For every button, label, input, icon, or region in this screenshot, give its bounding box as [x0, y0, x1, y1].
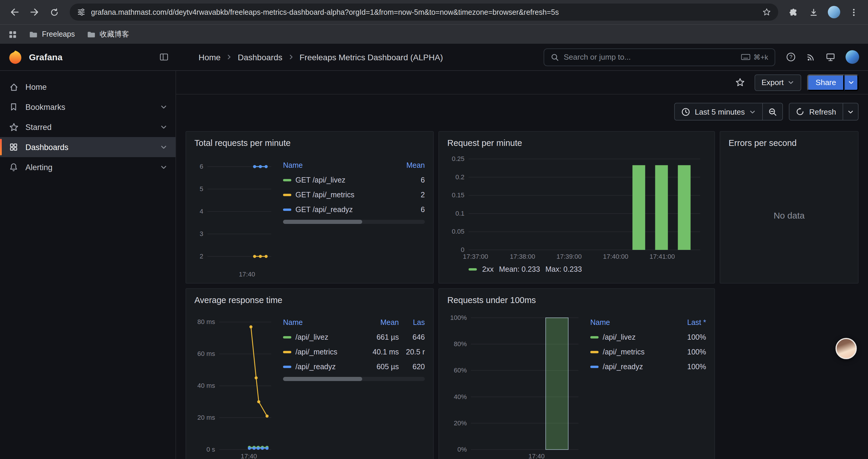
sidebar-item-dashboards[interactable]: Dashboards: [0, 137, 176, 157]
bookmark-star-icon[interactable]: [762, 8, 771, 17]
export-button[interactable]: Export: [754, 74, 801, 91]
download-button[interactable]: [804, 3, 823, 22]
series-toggle[interactable]: 2xx: [482, 265, 494, 273]
star-icon: [8, 122, 19, 132]
series-toggle[interactable]: /api/_metrics: [590, 348, 675, 356]
legend-scrollbar[interactable]: [283, 377, 425, 381]
sidebar-item-home[interactable]: Home: [0, 77, 176, 97]
sidebar-item-label: Starred: [25, 123, 52, 131]
refresh-label: Refresh: [809, 107, 836, 116]
average-response-time-chart[interactable]: 0 s20 ms40 ms60 ms80 ms17:40: [194, 308, 277, 459]
series-toggle[interactable]: /api/_readyz: [283, 362, 362, 371]
bookmark-freeleaps[interactable]: Freeleaps: [29, 30, 75, 39]
sidebar-item-alerting[interactable]: Alerting: [0, 157, 176, 177]
series-toggle[interactable]: GET /api/_livez: [283, 176, 394, 184]
site-info-tune-icon[interactable]: [77, 8, 86, 17]
svg-text:40%: 40%: [454, 393, 467, 400]
legend-col-name[interactable]: Name: [590, 318, 675, 326]
search-input[interactable]: [564, 53, 736, 61]
series-color-line: [590, 351, 598, 353]
bookmarks-bar: Freeleaps 收藏博客: [0, 24, 868, 44]
browser-menu-button[interactable]: [844, 3, 863, 22]
floating-avatar-button[interactable]: [836, 338, 857, 359]
back-arrow-icon: [11, 9, 18, 15]
svg-text:0.2: 0.2: [455, 173, 464, 181]
legend-col-mean[interactable]: Mean: [362, 318, 399, 326]
chevron-down-icon[interactable]: [160, 143, 167, 151]
legend-col-last[interactable]: Las: [399, 318, 425, 326]
legend-table: Name Mean Las /api/_livez 661 µs 646: [283, 308, 425, 459]
breadcrumb-dashboards[interactable]: Dashboards: [238, 52, 282, 62]
back-button[interactable]: [5, 3, 24, 22]
svg-text:2: 2: [200, 253, 203, 260]
panel-title[interactable]: Average response time: [194, 292, 425, 308]
grafana-logo[interactable]: [8, 50, 23, 64]
chevron-down-icon[interactable]: [160, 124, 167, 131]
chevron-down-icon[interactable]: [160, 164, 167, 171]
dashboards-grid-icon: [8, 142, 19, 152]
time-range-picker[interactable]: Last 5 minutes: [674, 103, 763, 121]
refresh-interval-caret[interactable]: [843, 103, 859, 121]
screen: grafana.mathmast.com/d/deytv4rwavabkb/fr…: [0, 0, 868, 459]
refresh-button[interactable]: Refresh: [789, 103, 843, 121]
collapse-sidebar-button[interactable]: [159, 52, 169, 62]
url-bar[interactable]: grafana.mathmast.com/d/deytv4rwavabkb/fr…: [70, 4, 778, 21]
legend-col-last[interactable]: Last *: [675, 318, 706, 326]
legend-row: GET /api/_metrics 2: [283, 187, 425, 202]
legend-value: 646: [399, 333, 425, 341]
sidebar-item-label: Alerting: [25, 163, 53, 172]
scrollbar-thumb[interactable]: [283, 377, 363, 381]
extensions-button[interactable]: [784, 3, 803, 22]
legend-max: Max: 0.233: [546, 265, 582, 273]
legend-value: 6: [394, 176, 425, 184]
help-button[interactable]: ?: [786, 52, 796, 62]
time-picker-group: Last 5 minutes: [674, 103, 783, 121]
chevron-down-icon[interactable]: [160, 103, 167, 110]
share-split-button: Share: [807, 74, 859, 91]
panel-title[interactable]: Request per minute: [447, 135, 706, 151]
zoom-out-time-button[interactable]: [763, 103, 783, 121]
search-box[interactable]: ⌘+k: [544, 48, 775, 66]
legend-col-mean[interactable]: Mean: [394, 161, 425, 169]
browser-profile-avatar[interactable]: [824, 3, 843, 22]
series-toggle[interactable]: /api/_readyz: [590, 362, 675, 371]
legend-scrollbar[interactable]: [283, 220, 425, 224]
bookmark-label: 收藏博客: [99, 29, 129, 39]
breadcrumb-home[interactable]: Home: [198, 52, 221, 62]
sidebar-item-starred[interactable]: Starred: [0, 117, 176, 137]
reload-button[interactable]: [45, 3, 64, 22]
scrollbar-thumb[interactable]: [283, 220, 363, 224]
requests-under-100ms-chart[interactable]: 0%20%40%60%80%100%17:40: [447, 308, 584, 459]
series-toggle[interactable]: GET /api/_readyz: [283, 205, 394, 214]
share-caret-button[interactable]: [844, 74, 859, 91]
total-requests-chart[interactable]: 2345617:40: [194, 151, 277, 280]
legend-col-name[interactable]: Name: [283, 318, 362, 326]
display-monitor-button[interactable]: [826, 52, 836, 62]
download-icon: [811, 9, 816, 15]
leg​end-value: 2: [394, 191, 425, 199]
sidebar-item-bookmarks[interactable]: Bookmarks: [0, 97, 176, 117]
panel-title[interactable]: Requests under 100ms: [447, 292, 706, 308]
forward-button[interactable]: [25, 3, 44, 22]
series-toggle[interactable]: /api/_livez: [283, 333, 362, 341]
panel-title[interactable]: Errors per second: [728, 135, 850, 151]
zoom-out-icon: [769, 107, 777, 116]
header-icon-group: ?: [786, 50, 859, 64]
news-rss-button[interactable]: [806, 52, 815, 62]
series-toggle[interactable]: GET /api/_metrics: [283, 191, 394, 199]
series-toggle[interactable]: /api/_metrics: [283, 348, 362, 356]
legend-row: /api/_readyz 605 µs 620: [283, 359, 425, 374]
legend-col-name[interactable]: Name: [283, 161, 394, 169]
request-per-minute-chart[interactable]: 00.050.10.150.20.2517:37:0017:38:0017:39…: [447, 151, 706, 262]
share-button[interactable]: Share: [807, 74, 844, 91]
panel-title[interactable]: Total requests per minute: [194, 135, 425, 151]
svg-text:0.25: 0.25: [452, 155, 464, 162]
bookmark-shoucang-boke[interactable]: 收藏博客: [87, 29, 129, 39]
favorite-star-button[interactable]: [732, 74, 748, 91]
user-avatar[interactable]: [845, 50, 859, 64]
legend-row: /api/_metrics 100%: [590, 345, 706, 359]
apps-grid-icon[interactable]: [8, 30, 17, 39]
browser-toolbar: grafana.mathmast.com/d/deytv4rwavabkb/fr…: [0, 0, 868, 24]
series-toggle[interactable]: /api/_livez: [590, 333, 675, 341]
legend-row: /api/_livez 100%: [590, 330, 706, 345]
